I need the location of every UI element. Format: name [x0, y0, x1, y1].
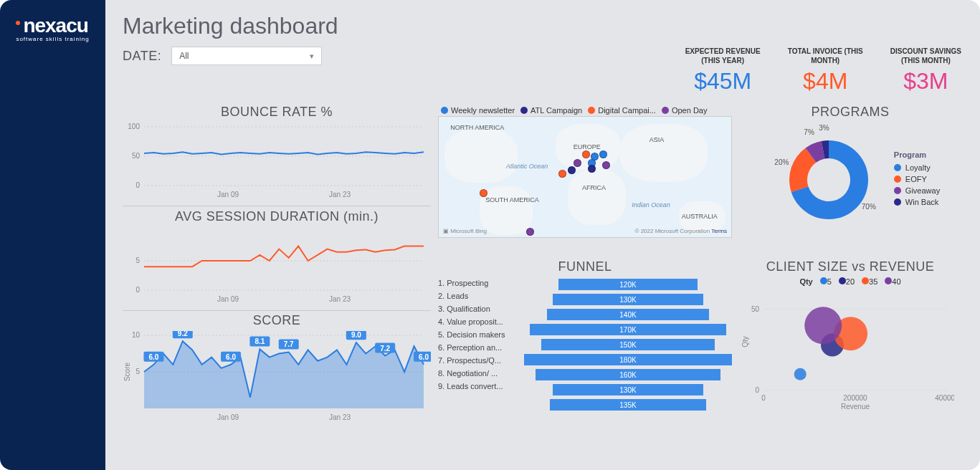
- map-region-label: AUSTRALIA: [682, 213, 718, 220]
- map-card: Weekly newsletterATL CampaignDigital Cam…: [438, 105, 732, 248]
- funnel-chart[interactable]: 1. Prospecting2. Leads3. Qualification4.…: [438, 277, 732, 411]
- map-ocean-label: Atlantic Ocean: [506, 163, 548, 170]
- svg-text:0: 0: [755, 386, 759, 394]
- map-region-label: AFRICA: [582, 184, 606, 191]
- client-title: CLIENT SIZE vs REVENUE: [739, 259, 961, 274]
- funnel-bar[interactable]: 150K: [541, 339, 715, 350]
- map-datapoint[interactable]: [526, 228, 534, 236]
- programs-legend-item[interactable]: Giveaway: [894, 186, 940, 195]
- client-chart[interactable]: 0500200000400000RevenueQty: [739, 289, 961, 411]
- map-legend-item[interactable]: Open Day: [662, 106, 708, 115]
- client-legend-item[interactable]: 35: [862, 277, 877, 286]
- map-legend-item[interactable]: Digital Campai...: [588, 106, 656, 115]
- svg-text:5: 5: [135, 256, 140, 264]
- map-attrib-bing: ▣ Microsoft Bing: [443, 228, 487, 234]
- client-legend: Qty5203540: [739, 277, 961, 286]
- funnel-bar[interactable]: 170K: [530, 324, 726, 335]
- map-datapoint[interactable]: [558, 170, 566, 178]
- main-panel: Marketing dashboard DATE: All ▾ EXPECTED…: [105, 0, 980, 470]
- svg-text:50: 50: [751, 305, 760, 313]
- svg-text:3%: 3%: [819, 124, 829, 132]
- funnel-stage-label: 9. Leads convert...: [438, 382, 524, 390]
- svg-text:9.2: 9.2: [178, 331, 188, 337]
- chevron-down-icon: ▾: [310, 52, 314, 61]
- svg-text:7.2: 7.2: [380, 345, 390, 352]
- svg-text:Jan 09: Jan 09: [217, 413, 239, 421]
- svg-text:200000: 200000: [843, 394, 867, 402]
- programs-legend-item[interactable]: Win Back: [894, 198, 940, 206]
- bounce-chart[interactable]: 050100Jan 09Jan 23: [123, 123, 431, 201]
- svg-text:Jan 09: Jan 09: [217, 295, 239, 303]
- kpi-card: DISCOUNT SAVINGS(THIS MONTH) $3M: [890, 47, 961, 95]
- funnel-bar[interactable]: 130K: [553, 384, 703, 395]
- svg-text:Jan 23: Jan 23: [329, 295, 351, 303]
- kpi-label: TOTAL INVOICE (THISMONTH): [788, 47, 863, 65]
- programs-title: PROGRAMS: [739, 105, 961, 120]
- funnel-stage-label: 2. Leads: [438, 292, 524, 300]
- sidebar: nexacu software skills training: [0, 0, 105, 470]
- svg-text:6.0: 6.0: [419, 353, 429, 361]
- kpi-card: TOTAL INVOICE (THISMONTH) $4M: [788, 47, 863, 95]
- kpi-value: $4M: [788, 68, 863, 95]
- svg-text:Jan 23: Jan 23: [329, 413, 351, 421]
- session-chart[interactable]: 05Jan 09Jan 23: [123, 227, 431, 306]
- map-datapoint[interactable]: [602, 161, 610, 169]
- funnel-stage-label: 5. Decision makers: [438, 330, 524, 339]
- score-chart[interactable]: 510Jan 09Jan 23Score6.09.26.08.17.79.07.…: [123, 331, 431, 424]
- funnel-bar[interactable]: 140K: [547, 309, 709, 320]
- client-card: CLIENT SIZE vs REVENUE Qty5203540 050020…: [739, 259, 961, 424]
- programs-chart[interactable]: 70%20%7%3% ProgramLoyaltyEOFYGiveawayWin…: [739, 123, 961, 237]
- map-datapoint[interactable]: [568, 166, 576, 174]
- funnel-bar[interactable]: 120K: [558, 279, 697, 290]
- svg-text:10: 10: [132, 331, 141, 339]
- funnel-bar[interactable]: 130K: [553, 294, 703, 305]
- programs-legend-item[interactable]: EOFY: [894, 175, 940, 183]
- map-datapoint[interactable]: [480, 189, 487, 197]
- svg-text:6.0: 6.0: [226, 353, 236, 361]
- map-legend-item[interactable]: ATL Campaign: [520, 106, 582, 115]
- map-region-label: EUROPE: [574, 143, 601, 150]
- svg-point-53: [804, 307, 842, 344]
- date-label: DATE:: [123, 49, 161, 64]
- kpi-value: $3M: [890, 68, 961, 95]
- kpi-row: EXPECTED REVENUE(THIS YEAR) $45MTOTAL IN…: [685, 47, 961, 95]
- client-legend-item[interactable]: 40: [885, 277, 900, 286]
- svg-text:0: 0: [135, 286, 140, 294]
- map-terms-link[interactable]: Terms: [711, 228, 727, 234]
- programs-legend-title: Program: [894, 150, 940, 159]
- map-datapoint[interactable]: [574, 159, 581, 167]
- map-region-label: ASIA: [650, 136, 665, 143]
- svg-text:Qty: Qty: [741, 336, 749, 347]
- date-filter: DATE: All ▾: [123, 47, 322, 65]
- svg-point-50: [794, 368, 807, 380]
- map-legend-item[interactable]: Weekly newsletter: [441, 106, 515, 115]
- funnel-stage-label: 4. Value proposit...: [438, 317, 524, 326]
- svg-text:Score: Score: [123, 363, 131, 382]
- funnel-stage-label: 1. Prospecting: [438, 279, 524, 287]
- client-legend-item[interactable]: 20: [839, 277, 855, 286]
- col-timeseries: BOUNCE RATE % 050100Jan 09Jan 23 AVG SES…: [123, 105, 431, 424]
- svg-text:Jan 23: Jan 23: [329, 191, 351, 198]
- svg-text:8.1: 8.1: [254, 337, 265, 345]
- svg-text:20%: 20%: [774, 158, 789, 166]
- map-region-label: SOUTH AMERICA: [485, 196, 539, 203]
- date-dropdown[interactable]: All ▾: [171, 47, 322, 65]
- map-legend: Weekly newsletterATL CampaignDigital Cam…: [438, 105, 732, 116]
- client-legend-title: Qty: [799, 277, 812, 286]
- client-legend-item[interactable]: 5: [820, 277, 832, 286]
- map-visual[interactable]: NORTH AMERICASOUTH AMERICAEUROPEAFRICAAS…: [438, 116, 732, 238]
- svg-text:5: 5: [135, 368, 140, 375]
- svg-text:7%: 7%: [804, 128, 814, 136]
- map-ocean-label: Indian Ocean: [632, 201, 670, 208]
- funnel-card: FUNNEL 1. Prospecting2. Leads3. Qualific…: [438, 259, 732, 424]
- programs-legend: ProgramLoyaltyEOFYGiveawayWin Back: [894, 150, 940, 209]
- svg-text:400000: 400000: [935, 394, 954, 402]
- logo: nexacu software skills training: [16, 14, 89, 42]
- map-region-label: NORTH AMERICA: [450, 124, 504, 131]
- programs-legend-item[interactable]: Loyalty: [894, 163, 940, 172]
- funnel-bar[interactable]: 135K: [550, 399, 706, 411]
- funnel-bar[interactable]: 180K: [524, 354, 732, 365]
- svg-text:Jan 09: Jan 09: [217, 191, 239, 198]
- funnel-bar[interactable]: 160K: [536, 369, 720, 380]
- map-datapoint[interactable]: [582, 150, 590, 158]
